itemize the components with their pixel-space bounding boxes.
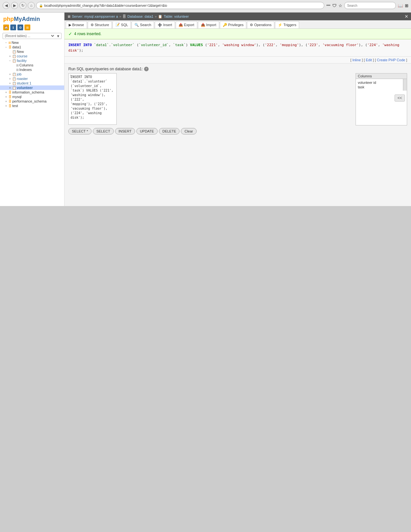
grid-sidebar-icon[interactable]: ⊞	[24, 25, 30, 30]
sql-insert-kw: INSERT INTO	[68, 43, 92, 47]
content-area: 🖥 Server: mysql.xamppserver a » 🗄 Databa…	[64, 13, 411, 206]
forward-button[interactable]: ▶	[11, 2, 18, 9]
dropdown-arrow[interactable]: ▼	[55, 34, 61, 39]
inline-link[interactable]: Inline	[351, 58, 362, 62]
sidebar-item-mysql[interactable]: + 🗄 mysql	[0, 94, 64, 99]
update-button[interactable]: UPDATE	[136, 128, 158, 134]
tree-label-data1: data1	[12, 45, 21, 49]
select-button[interactable]: SELECT	[93, 128, 114, 134]
success-banner: ✓ 4 rows inserted.	[64, 29, 411, 39]
tab-browse[interactable]: ▶ Browse	[66, 21, 87, 28]
breadcrumb-db[interactable]: Database: data1	[127, 15, 153, 18]
toggle-test: +	[4, 104, 8, 108]
tab-triggers-label: Triggers	[283, 23, 296, 27]
db-icon-data1: 🗄	[8, 45, 12, 49]
db-icon-test: 🗄	[8, 104, 12, 108]
toggle-volunteer: +	[8, 86, 12, 90]
operations-icon: ⚙	[250, 23, 253, 27]
collapse-panel: <<	[356, 91, 407, 103]
home-sidebar-icon[interactable]: 🏠	[3, 25, 9, 30]
logo: phpMyAdmin	[0, 14, 64, 23]
tree-label-indexes: Indexes	[19, 68, 32, 72]
columns-list: volunteer id task	[356, 79, 403, 91]
sidebar-item-facility[interactable]: − 📋 facility	[0, 58, 64, 63]
table-icon-bc: 📋	[158, 15, 162, 19]
select-star-button[interactable]: SELECT *	[68, 128, 92, 134]
sidebar-item-student1[interactable]: + 📋 student 1	[0, 81, 64, 85]
close-button[interactable]: ✕	[405, 14, 408, 19]
insert-icon: ➕	[158, 23, 162, 27]
column-item-volunteer-id[interactable]: volunteer id	[358, 80, 401, 85]
columns-body: volunteer id task	[356, 79, 407, 91]
privileges-icon: 🔑	[223, 23, 227, 27]
tab-icon[interactable]: ⊞	[405, 3, 408, 8]
sidebar-item-volunteer[interactable]: + 📋 volunteer	[0, 85, 64, 90]
breadcrumb-links: 🖥 Server: mysql.xamppserver a » 🗄 Databa…	[67, 15, 189, 19]
book-icon[interactable]: 📖	[398, 3, 403, 8]
success-checkmark: ✓	[68, 31, 72, 36]
star-icon[interactable]: ☆	[338, 3, 342, 8]
info-sidebar-icon[interactable]: ℹ	[10, 25, 16, 30]
sidebar-item-roaster[interactable]: + 📋 roaster	[0, 76, 64, 81]
sidebar-item-job[interactable]: + 📋 job	[0, 72, 64, 76]
back-button[interactable]: ◀	[3, 2, 10, 9]
toggle-job: +	[8, 73, 12, 76]
collapse-button[interactable]: <<	[395, 94, 405, 102]
tab-triggers[interactable]: ⚡ Triggers	[275, 21, 299, 28]
columns-scrollbar[interactable]	[403, 79, 407, 91]
sql-table-backtick: `volunteer`	[111, 43, 134, 47]
recent-tables-dropdown[interactable]: (Recent tables) ... ▼	[3, 33, 62, 39]
tab-export[interactable]: 📤 Export	[176, 21, 197, 28]
help-icon[interactable]: ?	[144, 67, 149, 71]
sql-val5: '223'	[308, 43, 318, 47]
sql-icon: 📝	[115, 23, 120, 27]
sidebar-item-data1[interactable]: − 🗄 data1	[0, 45, 64, 49]
sidebar-item-columns[interactable]: ⊞ Columns	[0, 63, 64, 67]
tab-operations[interactable]: ⚙ Operations	[247, 21, 274, 28]
recent-tables-select[interactable]: (Recent tables) ...	[3, 33, 55, 39]
insert-button[interactable]: INSERT	[115, 128, 135, 134]
address-bar[interactable]: 🔒 localhost/phpmyadmin/tbl_change.php?db…	[36, 2, 324, 9]
tab-sql[interactable]: 📝 SQL	[113, 21, 131, 28]
toggle-perf: +	[4, 100, 8, 103]
sql-val2: 'washing window'	[222, 43, 256, 47]
sidebar-item-test[interactable]: + 🗄 test	[0, 103, 64, 108]
clear-button[interactable]: Clear	[181, 128, 196, 134]
delete-button[interactable]: DELETE	[159, 128, 180, 134]
sql-query-input[interactable]: INSERT INTO `data1`.`volunteer` (`volunt…	[68, 73, 117, 125]
sql-col1: `volunteer_id`	[139, 43, 169, 47]
db-icon-info: 🗄	[8, 91, 12, 94]
toggle-data1: −	[4, 45, 8, 49]
table-icon-facility: 📋	[12, 59, 16, 63]
sql-values-kw: VALUES	[190, 43, 203, 47]
breadcrumb-server[interactable]: Server: mysql.xamppserver a	[72, 15, 118, 18]
home-button[interactable]: ⌂	[28, 2, 35, 9]
tab-search[interactable]: 🔍 Search	[132, 21, 154, 28]
tab-structure[interactable]: ⚙ Structure	[88, 21, 112, 28]
create-php-link[interactable]: Create PHP Code	[376, 58, 406, 62]
sidebar-item-performance-schema[interactable]: + 🗄 performance_schema	[0, 99, 64, 103]
sidebar-item-course[interactable]: + 📋 course	[0, 54, 64, 58]
sql-display: INSERT INTO `data1`.`volunteer` (`volunt…	[64, 39, 411, 57]
table-icon-course: 📋	[12, 54, 16, 58]
sidebar-item-data1-new[interactable]: 📋 New	[0, 49, 64, 54]
tab-privileges[interactable]: 🔑 Privileges	[220, 21, 247, 28]
edit-link[interactable]: Edit	[365, 58, 373, 62]
db-icon-bc: 🗄	[122, 15, 126, 18]
toggle-roaster: +	[8, 77, 12, 81]
columns-header: Columns	[356, 74, 407, 79]
table-icon-roaster: 📋	[12, 77, 16, 81]
browser-toolbar: ◀ ▶ ↻ ⌂ 🔒 localhost/phpmyadmin/tbl_chang…	[3, 2, 408, 9]
sidebar-item-new-root[interactable]: − ⊞ New	[0, 40, 64, 45]
column-item-task[interactable]: task	[358, 85, 401, 89]
search-input[interactable]	[344, 2, 396, 9]
breadcrumb-table[interactable]: Table: volunteer	[164, 15, 189, 18]
settings-sidebar-icon[interactable]: ⚙	[17, 25, 23, 30]
shield-icon: 🛡	[332, 3, 337, 8]
tab-insert[interactable]: ➕ Insert	[155, 21, 175, 28]
tab-import[interactable]: 📥 Import	[198, 21, 219, 28]
sidebar-item-information-schema[interactable]: + 🗄 information_schema	[0, 90, 64, 94]
reload-button[interactable]: ↻	[19, 2, 26, 9]
tab-export-label: Export	[184, 23, 194, 27]
sidebar-item-indexes[interactable]: ⊞ Indexes	[0, 67, 64, 72]
